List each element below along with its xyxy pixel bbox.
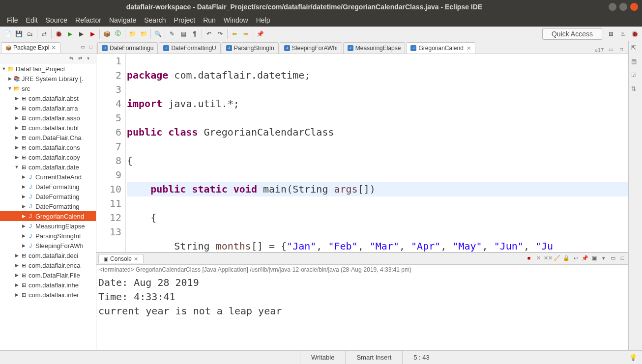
scroll-lock-button[interactable]: 🔒 (562, 255, 570, 263)
debug-perspective-button[interactable]: 🐞 (629, 28, 640, 39)
tab-gregoriancalend[interactable]: JGregorianCalend✕ (406, 42, 475, 54)
package-node-open[interactable]: ▼⊞com.dataflair.date (0, 162, 96, 172)
quick-access[interactable]: Quick Access (542, 28, 602, 40)
package-node[interactable]: ▶⊞com.dataflair.copy (0, 152, 96, 162)
menu-window[interactable]: Window (220, 16, 252, 24)
display-console-button[interactable]: ▣ (590, 255, 598, 263)
pin-button[interactable]: 📌 (255, 28, 265, 39)
jre-library-node[interactable]: ▶📚JRE System Library [. (0, 74, 96, 84)
next-annotation-button[interactable]: ↷ (215, 28, 226, 39)
code-content[interactable]: package com.dataflair.datetime; import j… (126, 54, 628, 252)
open-perspective-button[interactable]: ⊞ (606, 28, 616, 39)
maximize-console-button[interactable]: □ (618, 255, 626, 263)
package-node[interactable]: ▶⊞com.dataflair.enca (0, 260, 96, 270)
package-node[interactable]: ▶⊞com.DataFlair.File (0, 270, 96, 280)
back-button[interactable]: ⬅ (229, 28, 240, 39)
minimize-button[interactable] (609, 3, 616, 11)
restore-button[interactable]: ⇱ (631, 44, 640, 53)
link-editor-button[interactable]: ⇄ (78, 56, 85, 62)
package-node[interactable]: ▶⊞com.dataflair.arra (0, 103, 96, 113)
package-node[interactable]: ▶⊞com.dataflair.cons (0, 142, 96, 152)
tab-measuringelapse[interactable]: JMeasuringElapse (343, 42, 406, 54)
search-button[interactable]: 🔍 (152, 28, 163, 39)
console-output[interactable]: Date: Aug 28 2019Time: 4:33:41current ye… (96, 275, 628, 350)
maximize-editor-button[interactable]: □ (617, 47, 625, 54)
run-button[interactable]: ▶ (64, 28, 75, 39)
task-list-button[interactable]: ☑ (631, 72, 640, 81)
remove-launch-button[interactable]: ✕ (534, 255, 542, 263)
package-node[interactable]: ▶⊞com.dataflair.asso (0, 113, 96, 123)
project-tree[interactable]: ▼📁DataFlair_Project ▶📚JRE System Library… (0, 64, 96, 350)
maximize-view-button[interactable]: □ (87, 44, 95, 51)
tab-dateformattingu[interactable]: JDateFormattingu (97, 42, 158, 54)
src-folder-node[interactable]: ▼📂src (0, 84, 96, 93)
java-file-node[interactable]: ▶JMeasuringElapse (0, 221, 96, 231)
open-type-button[interactable]: 📁 (127, 28, 138, 39)
java-file-node[interactable]: ▶JCurrentDateAnd (0, 172, 96, 182)
java-file-node-selected[interactable]: ▶JGregorianCalend (0, 211, 96, 221)
package-node[interactable]: ▶⊞com.DataFlair.Cha (0, 133, 96, 142)
minimize-editor-button[interactable]: ▭ (607, 47, 614, 54)
open-console-button[interactable]: ▾ (600, 255, 608, 263)
toggle-button[interactable]: ⇄ (39, 28, 50, 39)
project-node[interactable]: ▼📁DataFlair_Project (0, 64, 96, 74)
prev-annotation-button[interactable]: ↶ (204, 28, 214, 39)
menu-navigate[interactable]: Navigate (105, 16, 140, 24)
coverage-button[interactable]: ▶ (76, 28, 87, 39)
minimize-view-button[interactable]: ▭ (79, 44, 87, 51)
menu-run[interactable]: Run (199, 16, 220, 24)
menu-edit[interactable]: Edit (22, 16, 42, 24)
remove-all-button[interactable]: ✕✕ (544, 255, 552, 263)
console-tab[interactable]: ▣ Console ✕ (98, 254, 144, 263)
tab-overflow[interactable]: »17 ▭ □ (595, 47, 628, 54)
word-wrap-button[interactable]: ↩ (572, 255, 580, 263)
tab-parsingstringin[interactable]: JParsingStringIn (222, 42, 279, 54)
maximize-button[interactable] (619, 3, 627, 11)
close-icon[interactable]: ✕ (134, 256, 138, 262)
close-button[interactable] (630, 3, 638, 11)
package-node[interactable]: ▶⊞com.dataflair.abst (0, 93, 96, 103)
minimize-console-button[interactable]: ▭ (609, 255, 617, 263)
save-button[interactable]: 💾 (13, 28, 24, 39)
menu-search[interactable]: Search (140, 16, 170, 24)
package-node[interactable]: ▶⊞com.dataflair.inter (0, 290, 96, 300)
package-node[interactable]: ▶⊞com.dataflair.bubl (0, 123, 96, 133)
package-explorer-tab[interactable]: 📦 Package Expl ✕ (1, 42, 60, 53)
tab-sleepingforawhi[interactable]: JSleepingForAWhi (280, 42, 342, 54)
menu-project[interactable]: Project (170, 16, 200, 24)
view-menu-button[interactable]: ▾ (87, 56, 94, 62)
code-editor[interactable]: 1 2 3 4 5 6 7 8 9 10 11 12 13 package co… (96, 54, 628, 252)
close-icon[interactable]: ✕ (51, 44, 56, 51)
toggle-mark-button[interactable]: ✎ (167, 28, 177, 39)
close-icon[interactable]: ✕ (467, 45, 471, 52)
new-package-button[interactable]: 📦 (101, 28, 112, 39)
menu-refactor[interactable]: Refactor (71, 16, 105, 24)
tab-dateformatting-upper[interactable]: JDateFormattingU (159, 42, 220, 54)
toggle-block-button[interactable]: ▤ (178, 28, 189, 39)
terminate-button[interactable]: ■ (525, 255, 533, 263)
java-file-node[interactable]: ▶JDateFormatting (0, 201, 96, 211)
java-file-node[interactable]: ▶JParsingStringInt (0, 231, 96, 241)
clear-console-button[interactable]: 🧹 (553, 255, 561, 263)
menu-file[interactable]: File (3, 16, 22, 24)
pin-console-button[interactable]: 📌 (581, 255, 589, 263)
whitespace-button[interactable]: ¶ (189, 28, 200, 39)
java-file-node[interactable]: ▶JDateFormatting (0, 192, 96, 201)
save-all-button[interactable]: 🗂 (25, 28, 35, 39)
package-node[interactable]: ▶⊞com.dataflair.inhe (0, 280, 96, 290)
menu-source[interactable]: Source (42, 16, 71, 24)
new-button[interactable]: 📄 (2, 28, 13, 39)
package-node[interactable]: ▶⊞com.dataflair.deci (0, 251, 96, 260)
collapse-all-button[interactable]: ⇆ (69, 56, 76, 62)
open-task-button[interactable]: 📁 (138, 28, 149, 39)
type-hierarchy-button[interactable]: ⇅ (631, 85, 640, 94)
java-file-node[interactable]: ▶JSleepingForAWh (0, 241, 96, 251)
java-file-node[interactable]: ▶JDateFormatting (0, 182, 96, 192)
outline-view-button[interactable]: ▤ (631, 58, 640, 67)
ext-tools-button[interactable]: ▶ (87, 28, 98, 39)
forward-button[interactable]: ➡ (240, 28, 251, 39)
tip-icon[interactable]: 💡 (629, 354, 642, 361)
java-perspective-button[interactable]: ♨ (617, 28, 628, 39)
debug-button[interactable]: 🐞 (53, 28, 64, 39)
new-class-button[interactable]: Ⓒ (113, 28, 123, 39)
